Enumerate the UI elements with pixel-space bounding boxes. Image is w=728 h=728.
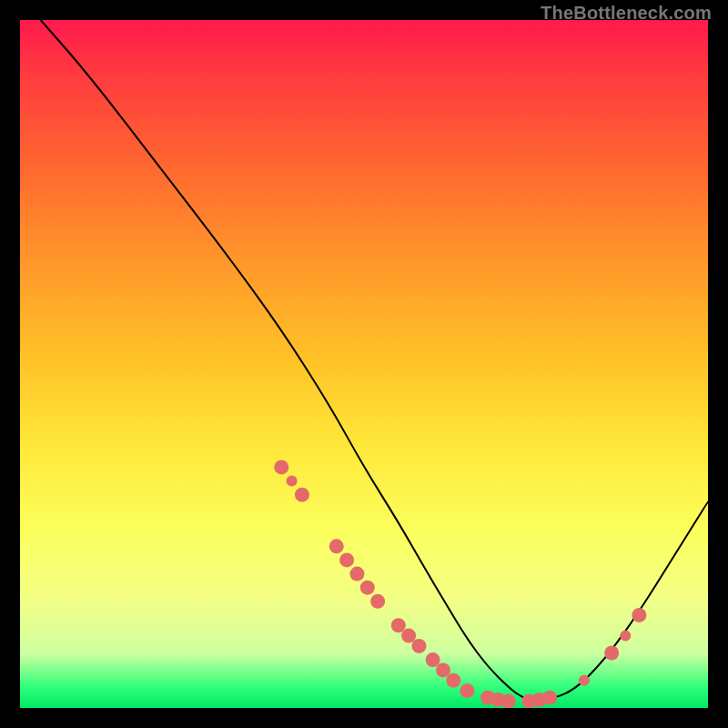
data-marker: [274, 460, 288, 474]
data-marker: [446, 673, 460, 688]
marker-group: [274, 460, 646, 708]
data-marker: [620, 631, 631, 642]
chart-frame: [20, 20, 708, 708]
chart-svg: [20, 20, 708, 708]
watermark-text: TheBottleneck.com: [541, 3, 712, 24]
data-marker: [329, 539, 344, 553]
data-marker: [426, 652, 440, 667]
data-marker: [579, 675, 590, 686]
data-marker: [370, 594, 385, 609]
data-marker: [411, 639, 426, 653]
data-marker: [287, 476, 298, 487]
data-marker: [401, 629, 416, 643]
data-marker: [339, 552, 354, 567]
data-marker: [542, 691, 557, 705]
data-marker: [604, 646, 619, 661]
data-marker: [349, 567, 364, 581]
data-marker: [501, 693, 516, 708]
data-marker: [360, 581, 375, 595]
data-marker: [391, 618, 406, 632]
data-marker: [295, 488, 309, 502]
data-marker: [632, 608, 646, 622]
data-marker: [436, 662, 450, 677]
data-marker: [460, 683, 474, 698]
